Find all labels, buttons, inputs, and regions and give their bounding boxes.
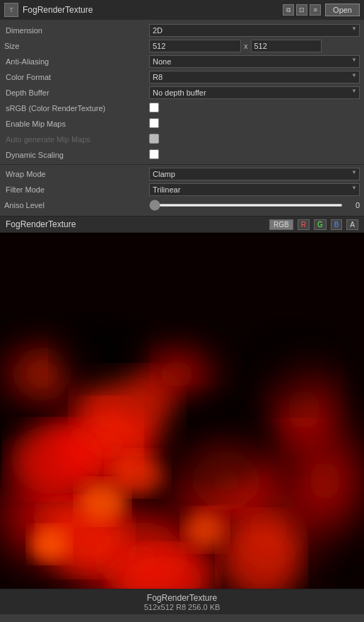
depth-buffer-row: Depth Buffer No depth buffer: [0, 85, 364, 100]
status-texture-name: FogRenderTexture: [147, 593, 217, 603]
wrap-mode-select-wrapper[interactable]: Clamp: [149, 168, 360, 180]
anti-aliasing-row: Anti-Aliasing None: [0, 54, 364, 69]
divider-1: [0, 164, 364, 165]
svg-point-13: [11, 424, 102, 495]
depth-buffer-select-wrapper[interactable]: No depth buffer: [149, 86, 360, 99]
size-height-input[interactable]: [251, 40, 322, 52]
svg-point-19: [155, 396, 269, 495]
color-format-row: Color Format R8: [0, 69, 364, 85]
size-row: Size x: [0, 38, 364, 54]
dynamic-scaling-checkbox[interactable]: [149, 149, 159, 159]
svg-point-18: [110, 452, 166, 495]
anti-aliasing-value[interactable]: None: [149, 55, 360, 68]
texture-icon: T: [4, 3, 18, 17]
anti-aliasing-select[interactable]: None: [149, 55, 360, 68]
fog-texture-svg: [0, 233, 364, 589]
svg-point-20: [57, 318, 141, 388]
filter-mode-label: Filter Mode: [4, 185, 149, 194]
aniso-level-row: Aniso Level 0: [0, 197, 364, 213]
wrap-mode-select[interactable]: Clamp: [149, 168, 360, 180]
depth-buffer-value[interactable]: No depth buffer: [149, 86, 360, 99]
size-inputs: x: [149, 40, 360, 52]
anti-aliasing-label: Anti-Aliasing: [4, 57, 149, 66]
open-button[interactable]: Open: [325, 4, 360, 16]
wrap-mode-value[interactable]: Clamp: [149, 168, 360, 180]
svg-point-16: [184, 510, 226, 550]
auto-mip-maps-label: Auto generate Mip Maps: [4, 135, 149, 144]
color-format-select-wrapper[interactable]: R8: [149, 71, 360, 83]
dimension-value[interactable]: 2D: [149, 24, 360, 37]
srgb-row: sRGB (Color RenderTexture): [0, 100, 364, 116]
channel-r-button[interactable]: R: [298, 219, 310, 230]
auto-mip-maps-value[interactable]: [149, 134, 360, 145]
texture-display: [0, 233, 364, 589]
color-format-select[interactable]: R8: [149, 71, 360, 83]
channel-b-button[interactable]: B: [331, 219, 343, 230]
wrap-mode-row: Wrap Mode Clamp: [0, 166, 364, 182]
size-label: Size: [4, 42, 149, 50]
wrap-mode-label: Wrap Mode: [4, 170, 149, 178]
depth-buffer-label: Depth Buffer: [4, 88, 149, 97]
dimension-select[interactable]: 2D: [149, 24, 360, 37]
dynamic-scaling-label: Dynamic Scaling: [4, 151, 149, 159]
filter-mode-value[interactable]: Trilinear: [149, 183, 360, 196]
svg-point-17: [30, 526, 69, 562]
auto-mip-maps-checkbox[interactable]: [149, 134, 159, 144]
srgb-value[interactable]: [149, 103, 360, 114]
channel-a-button[interactable]: A: [346, 219, 358, 230]
channel-rgb-button[interactable]: RGB: [269, 219, 293, 230]
aniso-level-number: 0: [346, 201, 360, 209]
window-title: FogRenderTexture: [23, 5, 278, 15]
filter-mode-select[interactable]: Trilinear: [149, 183, 360, 196]
enable-mip-maps-value[interactable]: [149, 118, 360, 129]
filter-mode-row: Filter Mode Trilinear: [0, 182, 364, 197]
title-bar: T FogRenderTexture ⧉ ⊡ ≡ Open: [0, 0, 364, 20]
dimension-label: Dimension: [4, 26, 149, 35]
srgb-checkbox[interactable]: [149, 103, 159, 113]
size-width-input[interactable]: [149, 40, 241, 52]
srgb-label: sRGB (Color RenderTexture): [4, 104, 149, 113]
title-icon-group: ⧉ ⊡ ≡: [283, 4, 321, 16]
dynamic-scaling-value[interactable]: [149, 149, 360, 161]
icon-btn-3[interactable]: ≡: [310, 4, 321, 16]
status-texture-info: 512x512 R8 256.0 KB: [144, 603, 221, 611]
dynamic-scaling-row: Dynamic Scaling: [0, 147, 364, 163]
dimension-select-wrapper[interactable]: 2D: [149, 24, 360, 37]
enable-mip-maps-label: Enable Mip Maps: [4, 120, 149, 128]
size-x-separator: x: [244, 42, 248, 50]
properties-panel: Dimension 2D Size x Anti-Aliasing None: [0, 20, 364, 216]
aniso-level-slider[interactable]: [149, 204, 343, 207]
auto-mip-maps-row: Auto generate Mip Maps: [0, 132, 364, 147]
aniso-level-label: Aniso Level: [4, 201, 149, 209]
channel-g-button[interactable]: G: [314, 219, 327, 230]
anti-aliasing-select-wrapper[interactable]: None: [149, 55, 360, 68]
filter-mode-select-wrapper[interactable]: Trilinear: [149, 183, 360, 196]
icon-btn-2[interactable]: ⊡: [296, 4, 307, 16]
svg-point-21: [251, 325, 329, 410]
aniso-level-value: 0: [149, 201, 360, 209]
icon-btn-1[interactable]: ⧉: [283, 4, 294, 16]
enable-mip-maps-checkbox[interactable]: [149, 118, 159, 128]
dimension-row: Dimension 2D: [0, 23, 364, 38]
texture-header-title: FogRenderTexture: [6, 219, 265, 229]
color-format-label: Color Format: [4, 73, 149, 81]
texture-header: FogRenderTexture RGB R G B A: [0, 216, 364, 233]
depth-buffer-select[interactable]: No depth buffer: [149, 86, 360, 99]
status-bar: FogRenderTexture 512x512 R8 256.0 KB: [0, 589, 364, 614]
enable-mip-maps-row: Enable Mip Maps: [0, 116, 364, 132]
color-format-value[interactable]: R8: [149, 71, 360, 83]
